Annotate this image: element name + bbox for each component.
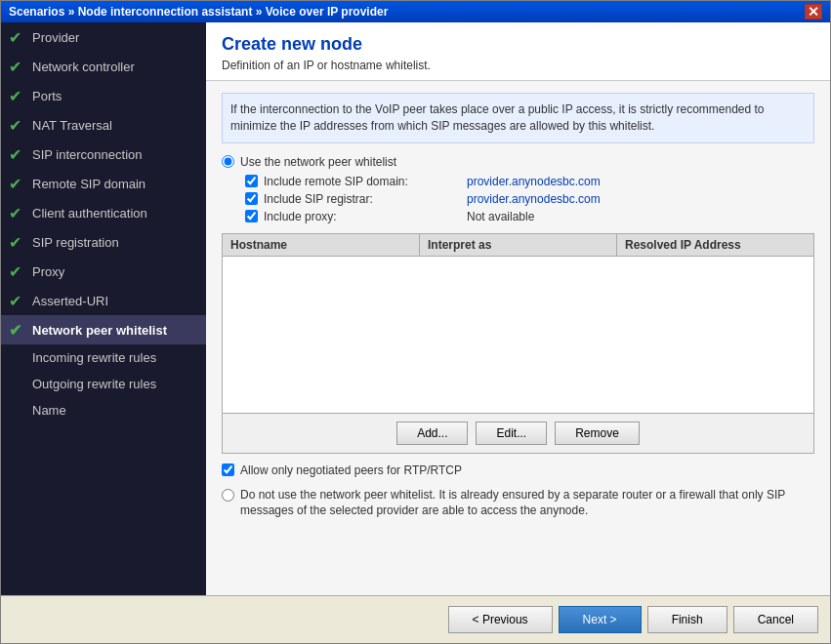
edit-button[interactable]: Edit... [476, 422, 547, 445]
include-remote-sip-domain-row: Include remote SIP domain: provider.anyn… [245, 175, 814, 188]
sidebar-item-proxy[interactable]: ✔Proxy [1, 257, 206, 286]
remove-button[interactable]: Remove [555, 422, 640, 445]
include-proxy-row: Include proxy: Not available [245, 210, 814, 223]
sidebar-item-remote-sip-domain[interactable]: ✔Remote SIP domain [1, 169, 206, 198]
finish-button[interactable]: Finish [647, 606, 727, 633]
check-icon: ✔ [9, 175, 26, 192]
cancel-button[interactable]: Cancel [733, 606, 818, 633]
sidebar-item-provider[interactable]: ✔Provider [1, 22, 206, 52]
sidebar-item-label: NAT Traversal [32, 118, 112, 133]
no-whitelist-radio[interactable] [222, 489, 234, 502]
table-body [223, 257, 813, 413]
sidebar-item-label: Ports [32, 89, 62, 103]
include-sip-registrar-row: Include SIP registrar: provider.anynodes… [245, 192, 814, 206]
next-button[interactable]: Next > [559, 606, 642, 633]
sidebar-item-label: Incoming rewrite rules [32, 350, 156, 365]
sidebar-item-sip-interconnection[interactable]: ✔SIP interconnection [1, 140, 206, 169]
check-icon: ✔ [9, 28, 26, 46]
include-sip-registrar-label: Include SIP registrar: [264, 192, 459, 206]
sidebar-item-outgoing-rewrite-rules[interactable]: Outgoing rewrite rules [1, 371, 206, 397]
col-interpret-as: Interpret as [420, 234, 617, 256]
use-whitelist-label: Use the network peer whitelist [240, 155, 396, 169]
check-icon: ✔ [9, 145, 26, 163]
check-icon: ✔ [9, 87, 26, 104]
hostname-table-section: Hostname Interpret as Resolved IP Addres… [222, 233, 814, 454]
include-proxy-checkbox[interactable] [245, 210, 258, 222]
sidebar-item-label: Client authentication [32, 206, 147, 221]
sip-registrar-value: provider.anynodesbc.com [467, 192, 601, 206]
sidebar-item-label: Network peer whitelist [32, 323, 167, 338]
allow-negotiated-row: Allow only negotiated peers for RTP/RTCP [222, 463, 814, 477]
main-window: Scenarios » Node interconnection assista… [0, 0, 831, 644]
check-icon: ✔ [9, 58, 26, 75]
page-body: If the interconnection to the VoIP peer … [206, 81, 830, 595]
allow-negotiated-checkbox[interactable] [222, 463, 234, 476]
sidebar-item-incoming-rewrite-rules[interactable]: Incoming rewrite rules [1, 344, 206, 371]
title-bar: Scenarios » Node interconnection assista… [1, 1, 830, 22]
check-icon: ✔ [9, 262, 26, 280]
table-header: Hostname Interpret as Resolved IP Addres… [223, 234, 813, 257]
main-content: Create new node Definition of an IP or h… [206, 22, 830, 595]
check-icon: ✔ [9, 116, 26, 134]
include-remote-sip-domain-checkbox[interactable] [245, 175, 258, 187]
sidebar-item-client-authentication[interactable]: ✔Client authentication [1, 198, 206, 227]
page-header: Create new node Definition of an IP or h… [206, 22, 830, 81]
col-hostname: Hostname [223, 234, 420, 256]
check-icon: ✔ [9, 204, 26, 221]
page-subtitle: Definition of an IP or hostname whitelis… [222, 59, 814, 72]
check-icon: ✔ [9, 292, 26, 309]
allow-negotiated-label: Allow only negotiated peers for RTP/RTCP [240, 463, 462, 477]
sidebar-item-label: Network controller [32, 60, 135, 74]
check-icon: ✔ [9, 321, 26, 339]
sidebar-item-ports[interactable]: ✔Ports [1, 81, 206, 110]
sidebar-item-label: Outgoing rewrite rules [32, 377, 156, 391]
sidebar: ✔Provider✔Network controller✔Ports✔NAT T… [1, 22, 206, 595]
sidebar-item-name[interactable]: Name [1, 397, 206, 423]
include-remote-sip-domain-label: Include remote SIP domain: [264, 175, 459, 188]
info-text: If the interconnection to the VoIP peer … [222, 93, 814, 143]
sidebar-item-label: Name [32, 403, 66, 418]
use-network-peer-whitelist-option[interactable]: Use the network peer whitelist [222, 155, 814, 169]
sidebar-item-label: Asserted-URI [32, 294, 108, 308]
check-icon: ✔ [9, 233, 26, 251]
use-whitelist-radio[interactable] [222, 155, 234, 168]
sidebar-item-label: Remote SIP domain [32, 177, 145, 191]
footer: < Previous Next > Finish Cancel [1, 595, 830, 643]
do-not-use-whitelist-option[interactable]: Do not use the network peer whitelist. I… [222, 487, 814, 520]
include-proxy-label: Include proxy: [264, 210, 459, 223]
table-buttons: Add... Edit... Remove [223, 413, 813, 453]
include-sip-registrar-checkbox[interactable] [245, 192, 258, 205]
no-whitelist-label: Do not use the network peer whitelist. I… [240, 487, 814, 520]
content-area: ✔Provider✔Network controller✔Ports✔NAT T… [1, 22, 830, 595]
title-bar-text: Scenarios » Node interconnection assista… [9, 5, 388, 19]
sidebar-item-network-peer-whitelist[interactable]: ✔Network peer whitelist [1, 315, 206, 344]
sidebar-item-sip-registration[interactable]: ✔SIP registration [1, 227, 206, 257]
sidebar-item-label: SIP interconnection [32, 147, 143, 162]
sidebar-item-label: SIP registration [32, 235, 119, 250]
proxy-value: Not available [467, 210, 534, 223]
previous-button[interactable]: < Previous [448, 606, 553, 633]
sidebar-item-label: Proxy [32, 264, 64, 279]
page-title: Create new node [222, 34, 814, 55]
add-button[interactable]: Add... [396, 422, 468, 445]
sidebar-item-nat-traversal[interactable]: ✔NAT Traversal [1, 110, 206, 140]
col-resolved-ip: Resolved IP Address [617, 234, 813, 256]
sidebar-item-asserted-uri[interactable]: ✔Asserted-URI [1, 286, 206, 315]
sidebar-item-network-controller[interactable]: ✔Network controller [1, 52, 206, 81]
remote-sip-domain-value: provider.anynodesbc.com [467, 175, 601, 188]
sidebar-item-label: Provider [32, 30, 79, 45]
option-group-use-whitelist: Use the network peer whitelist Include r… [222, 155, 814, 477]
close-button[interactable]: ✕ [805, 4, 822, 20]
